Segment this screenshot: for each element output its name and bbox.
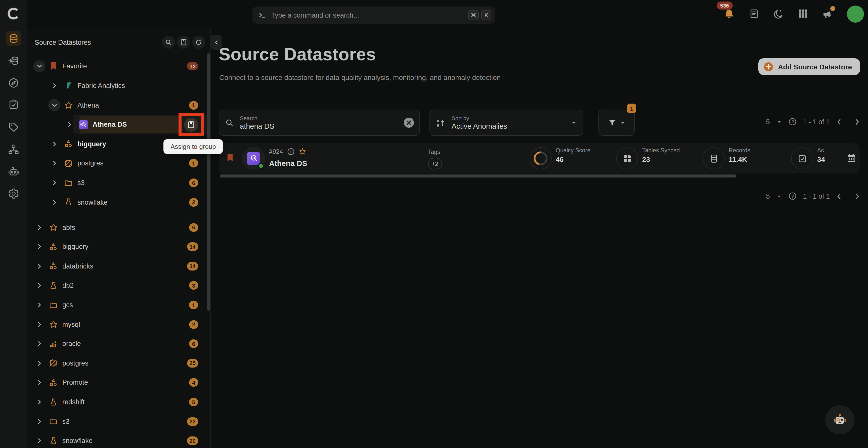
chevron-right-icon[interactable] [33,299,45,311]
command-search-input[interactable]: Type a command or search... ⌘ K [252,6,495,24]
chevron-right-icon[interactable] [33,241,45,253]
stat-records: Records11.4K [729,147,750,163]
chevron-right-icon[interactable] [48,80,60,92]
prev-page-icon[interactable] [836,119,842,125]
chevron-right-icon[interactable] [33,396,45,408]
clear-search-icon[interactable] [403,117,414,128]
chevron-right-icon[interactable] [63,119,75,131]
chevron-right-icon[interactable] [33,377,45,389]
rail-item-bot[interactable] [5,163,21,179]
main-content: Source Datastores Connect to a source da… [211,28,868,448]
chevron-right-icon[interactable] [33,318,45,330]
rail-item-source-datastores[interactable] [5,31,21,46]
chevron-right-icon[interactable] [48,177,60,189]
chevron-right-icon[interactable] [33,221,45,233]
cmd-keycap: ⌘ [468,10,479,20]
favorite-star-icon[interactable] [299,148,306,155]
chevron-right-icon[interactable] [33,357,45,369]
tree-item-abfs[interactable]: abfs6 [27,218,210,237]
chevron-right-icon[interactable] [33,338,45,350]
datastore-row[interactable]: #924 Athena DS Tags +2 Quality Score46Ta… [219,143,860,173]
prev-page-icon[interactable] [836,193,842,199]
tree-item-favorite[interactable]: Favorite12 [27,57,210,76]
filter-funnel-icon [608,118,617,127]
tree-item-redshift[interactable]: redshift5 [27,392,210,412]
help-icon[interactable]: ? [788,118,796,126]
topbar-announcements-button[interactable] [822,8,833,20]
datastore-name[interactable]: Athena DS [269,159,307,167]
rail-item-explore[interactable] [5,75,21,91]
chevron-right-icon[interactable] [48,138,60,150]
postgres-icon [64,159,73,168]
tree-item-athena-ds[interactable]: Athena DSAssign to group [27,115,210,134]
tree-item-snowflake[interactable]: snowflake2 [27,193,210,212]
abfs-icon [49,223,58,232]
command-search-placeholder: Type a command or search... [271,11,466,19]
sidebar-scrollbar[interactable] [207,53,210,311]
chevron-right-icon[interactable] [48,157,60,169]
assistant-bot-button[interactable] [825,405,855,435]
tree-item-postgres[interactable]: postgres1 [27,154,210,173]
count-badge: 22 [187,417,198,426]
chevron-right-icon[interactable] [33,260,45,272]
next-page-icon[interactable] [855,119,860,125]
next-page-icon[interactable] [855,193,860,199]
topbar-notifications-bell-button[interactable]: 536 [724,8,735,20]
rail-item-tags[interactable] [5,119,21,135]
tags-more-badge[interactable]: +2 [428,158,442,169]
tree-item-gcs[interactable]: gcs1 [27,295,210,315]
chevron-right-icon[interactable] [33,415,45,427]
tree-item-label: snowflake [78,198,107,206]
promote-icon [49,378,58,387]
tree-item-db2[interactable]: db23 [27,276,210,295]
filter-button[interactable] [598,109,634,136]
chevron-down-icon[interactable] [33,60,45,72]
help-icon[interactable]: ? [788,192,796,200]
rail-item-checks[interactable] [5,97,21,112]
sort-by-dropdown[interactable]: 09 Sort by Active Anomalies [430,109,583,136]
page-size-caret-icon[interactable] [776,119,782,124]
topbar-dark-mode-button[interactable] [773,8,784,20]
topbar-release-notes-button[interactable] [748,8,760,20]
tree-item-postgres[interactable]: postgres25 [27,353,210,373]
tree-item-athena[interactable]: Athena1 [27,96,210,115]
top-bar: Type a command or search... ⌘ K 536 [0,0,868,28]
pagination-bottom: 5 ? 1 - 1 of 1 [766,192,860,200]
notification-count-badge: 536 [717,1,733,9]
info-icon[interactable] [287,148,295,155]
stat-value: 46 [556,155,590,163]
tree-item-s3[interactable]: s322 [27,412,210,431]
tree-item-databricks[interactable]: databricks14 [27,256,210,276]
chevron-right-icon[interactable] [48,196,60,208]
tree-item-s3[interactable]: s36 [27,173,210,193]
tree-item-mysql[interactable]: mysql2 [27,315,210,334]
tree-item-oracle[interactable]: oracle6 [27,334,210,353]
add-source-datastore-button[interactable]: Add Source Datastore [758,58,860,75]
rail-item-settings[interactable] [5,186,21,201]
horizontal-scrollbar[interactable] [220,174,736,178]
chevron-down-icon[interactable] [48,99,60,111]
tree-item-bigquery[interactable]: bigquery14 [27,237,210,256]
tree-item-fabric-analytics[interactable]: Fabric Analytics [27,76,210,96]
explore-icon [8,77,19,88]
source-datastores-icon [8,33,19,44]
stat-value: 34 [817,155,825,163]
tree-item-snowflake[interactable]: snowflake29 [27,431,210,448]
mysql-icon [49,320,58,329]
tree-item-promote[interactable]: Promote4 [27,373,210,392]
page-size-caret-icon[interactable] [776,193,782,199]
topbar-apps-grid-button[interactable] [798,8,809,20]
page-size-value[interactable]: 5 [766,118,770,125]
tree-item-label: s3 [78,179,85,187]
chevron-right-icon[interactable] [33,280,45,292]
chevron-down-icon [620,120,626,125]
chevron-right-icon[interactable] [33,435,45,447]
sort-numeric-icon: 09 [436,118,445,127]
rail-item-enrichment-datastores[interactable] [5,53,21,68]
count-badge: 5 [189,398,198,406]
search-field[interactable]: Search athena DS [219,109,420,136]
page-size-value[interactable]: 5 [766,192,770,200]
user-avatar[interactable] [847,5,864,23]
rail-item-lineage[interactable] [5,141,21,157]
row-bookmark-icon[interactable] [227,153,234,162]
